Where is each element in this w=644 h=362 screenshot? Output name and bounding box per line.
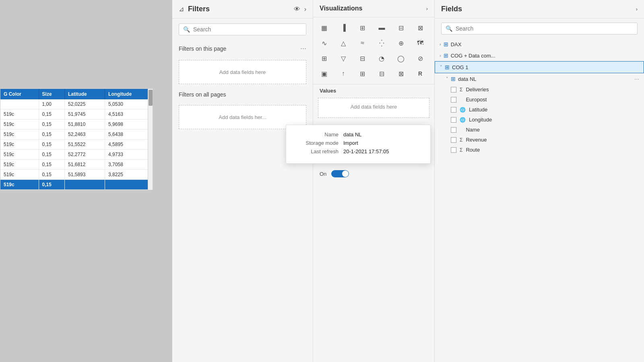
table-cell-lat: 52,2463 [65,130,105,140]
viz-icon-line-cluster[interactable]: ⊞ [355,21,370,35]
fields-expand-icon[interactable]: › [636,6,638,12]
viz-icon-card[interactable]: ▣ [316,66,332,81]
table-cell-lat: 52,2772 [65,150,105,160]
tooltip-name-row: Name data NL [294,132,422,138]
viz-icon-ribbon[interactable]: ≈ [355,36,370,50]
field-item-name[interactable]: Σ Name [435,125,644,135]
table-row[interactable]: 1,0052,02255,0530 [0,99,153,109]
field-item-longitude[interactable]: 🌐 Longitude [435,115,644,125]
table-row[interactable]: 519c0,1552,27724,9733 [0,150,153,160]
table-cell-lat: 51,6812 [65,160,105,170]
keep-filters-toggle[interactable] [331,170,349,177]
col-header-size: Size [39,89,64,99]
viz-icon-bar[interactable]: ▐ [336,21,351,35]
fields-search-input[interactable] [456,25,633,32]
viz-expand-icon[interactable]: › [426,6,428,12]
eye-icon[interactable]: 👁 [294,6,300,13]
viz-icon-donut[interactable]: ◯ [393,51,409,66]
viz-icon-funnel[interactable]: ▽ [336,51,351,66]
viz-icon-treemap[interactable]: ⊟ [355,51,370,66]
viz-icon-stacked-bar[interactable]: ▦ [316,21,332,35]
table-cell-color: 519c [0,140,39,150]
table-icon-cog1: ⊞ [445,64,450,70]
viz-icon-waterfall[interactable]: ⊞ [316,51,332,66]
table-cell-size: 0,15 [39,180,64,190]
viz-panel-header: Visualizations › [313,0,434,17]
table-row[interactable]: 519c0,1552,24635,6438 [0,130,153,140]
table-cell-color: 519c [0,130,39,140]
scrollbar-thumb[interactable] [149,90,153,106]
table-cell-color: 519c [0,170,39,180]
viz-icon-table[interactable]: ⊞ [355,66,370,81]
viz-icon-area[interactable]: △ [336,36,351,50]
table-cell-color: 519c [0,109,39,119]
viz-icon-map[interactable]: 🗺 [413,36,428,50]
filter-icon: ⊿ [179,5,184,13]
table-cell-lon: 3,7058 [105,160,153,170]
tooltip-name-label: Name [294,132,339,138]
filters-this-page-label: Filters on this page [179,45,226,52]
table-cell-size: 0,15 [39,140,64,150]
viz-icon-column[interactable]: ▬ [374,21,389,35]
viz-icon-line[interactable]: ∿ [316,36,332,50]
field-group-cog-data[interactable]: › ⊞ COG + Data com... [435,50,644,61]
table-cell-lat: 51,5893 [65,170,105,180]
table-cell-color [0,99,39,109]
table-cell-lat [65,180,105,190]
field-item-revenue[interactable]: Σ Revenue [435,135,644,145]
field-group-data-nl[interactable]: ˅ ⊞ data NL ··· [435,73,644,84]
checkbox-europost[interactable] [451,97,456,103]
field-group-dax[interactable]: › ⊞ DAX [435,39,644,50]
viz-icon-kpi[interactable]: ↑ [336,66,351,81]
viz-values-drop[interactable]: Add data fields here [318,98,429,118]
table-cell-lon: 5,6438 [105,130,153,140]
scrollbar[interactable] [148,89,153,190]
filters-this-page-menu[interactable]: ··· [300,44,306,53]
field-item-deliveries[interactable]: Σ Deliveries [435,84,644,95]
data-nl-more-icon[interactable]: ··· [634,76,639,82]
table-cell-size: 0,15 [39,130,64,140]
checkbox-deliveries[interactable] [451,87,456,93]
keep-filters-on-label: On [320,171,326,177]
filters-all-pages-label: Filters on all pages [179,91,226,98]
checkbox-name[interactable] [451,127,456,133]
table-row[interactable]: 519c0,1551,88105,9698 [0,119,153,130]
expand-icon[interactable]: › [304,6,306,13]
fields-search-box[interactable]: 🔍 [441,23,638,35]
filters-search-input[interactable] [193,26,302,33]
filters-this-page-drop[interactable]: Add data fields here [179,60,306,84]
checkbox-route[interactable] [451,147,456,153]
tooltip-storage-value: Import [343,140,358,146]
table-cell-color: 519c [0,150,39,160]
viz-icon-stacked-col[interactable]: ⊟ [393,21,409,35]
viz-icon-pie[interactable]: ◔ [374,51,389,66]
checkbox-longitude[interactable] [451,117,456,123]
sigma-icon-revenue: Σ [460,137,462,143]
field-label-deliveries: Deliveries [466,86,489,93]
table-cell-lon: 4,9733 [105,150,153,160]
viz-icon-combo[interactable]: ⊕ [393,36,409,50]
viz-icon-r[interactable]: R [413,66,428,81]
table-row[interactable]: 519c0,15 [0,180,153,190]
viz-icon-slicer[interactable]: ⊠ [393,66,409,81]
field-group-cog1[interactable]: ˅ ⊞ COG 1 [435,61,644,73]
table-row[interactable]: 519c0,1551,55224,5895 [0,140,153,150]
viz-icon-matrix[interactable]: ⊟ [374,66,389,81]
checkbox-latitude[interactable] [451,107,456,113]
table-cell-lat: 51,9745 [65,109,105,119]
tooltip-name-value: data NL [343,132,362,138]
table-row[interactable]: 519c0,1551,68123,7058 [0,160,153,170]
viz-icon-scatter[interactable]: ⁛ [374,36,389,50]
table-row[interactable]: 519c0,1551,97454,5163 [0,109,153,119]
field-item-route[interactable]: Σ Route [435,145,644,155]
field-item-latitude[interactable]: 🌐 Latitude [435,105,644,115]
table-row[interactable]: 519c0,1551,58933,8225 [0,170,153,180]
filters-search-box[interactable]: 🔍 [179,23,306,35]
table-cell-size: 0,15 [39,170,64,180]
checkbox-revenue[interactable] [451,137,456,143]
table-cell-color: 519c [0,160,39,170]
viz-icon-gauge[interactable]: ⊘ [413,51,428,66]
field-item-europost[interactable]: Σ Europost [435,95,644,105]
viz-icon-100pct[interactable]: ⊠ [413,21,428,35]
field-label-latitude: Latitude [469,107,487,113]
